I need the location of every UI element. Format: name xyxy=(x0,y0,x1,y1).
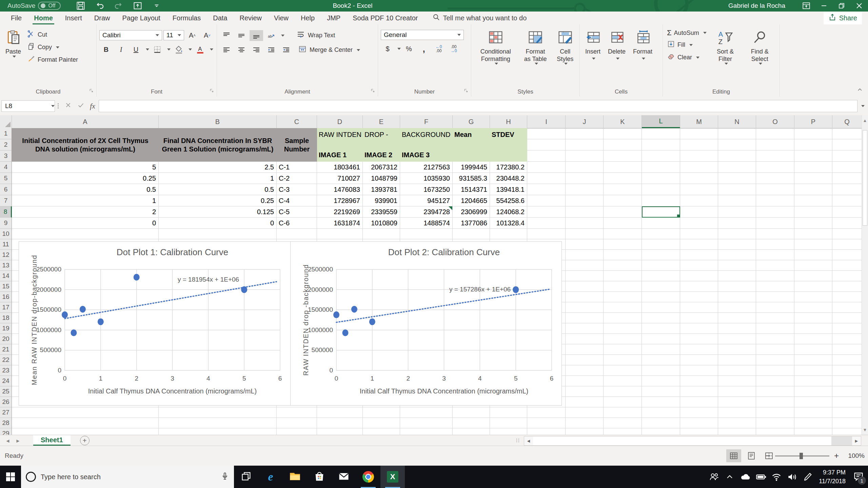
cell-M4[interactable] xyxy=(680,162,718,173)
cell-Q15[interactable] xyxy=(832,281,862,292)
task-view-button[interactable] xyxy=(234,466,258,488)
cell-H9[interactable]: 101328.4 xyxy=(490,218,527,229)
tray-volume-icon[interactable] xyxy=(784,466,800,488)
taskbar-app-chrome[interactable] xyxy=(356,466,380,488)
cell-J22[interactable] xyxy=(566,355,604,365)
cell-C27[interactable] xyxy=(277,407,317,418)
tell-me-box[interactable]: Tell me what you want to do xyxy=(432,13,527,23)
cell-P26[interactable] xyxy=(794,397,832,407)
empty-cells-J1-3[interactable] xyxy=(566,128,604,162)
cell-Q5[interactable] xyxy=(832,173,862,184)
row-header-20[interactable]: 20 xyxy=(0,334,12,344)
cell-M15[interactable] xyxy=(680,281,718,292)
cell-G4[interactable]: 1999445 xyxy=(453,162,490,173)
increase-decimal-button[interactable]: ←0.00 xyxy=(432,43,446,54)
sort-filter-button[interactable]: AZ Sort & Filter xyxy=(710,27,741,88)
ribbon-display-options-button[interactable] xyxy=(797,0,815,12)
cell-E4[interactable]: 2067312 xyxy=(363,162,400,173)
cell-G29[interactable] xyxy=(453,428,490,435)
scroll-up-icon[interactable]: ▲ xyxy=(862,115,868,125)
cell-Q7[interactable] xyxy=(832,195,862,206)
cell-M8[interactable] xyxy=(680,206,718,218)
cell-O18[interactable] xyxy=(756,313,794,323)
number-format-combo[interactable]: General xyxy=(381,30,464,40)
cell-Q28[interactable] xyxy=(832,418,862,428)
cell-N26[interactable] xyxy=(718,397,756,407)
chart-dot-plot-2[interactable]: 0500000100000015000002000000250000001234… xyxy=(290,242,561,405)
cell-P4[interactable] xyxy=(794,162,832,173)
insert-cells-button[interactable]: Insert xyxy=(583,27,603,88)
cell-L11[interactable] xyxy=(642,239,680,250)
cell-J14[interactable] xyxy=(566,271,604,281)
cell-D10[interactable] xyxy=(317,229,363,239)
align-left-button[interactable] xyxy=(220,45,233,56)
merge-center-button[interactable]: Merge & Center xyxy=(296,44,361,56)
cell-Q26[interactable] xyxy=(832,397,862,407)
ribbon-tab-insert[interactable]: Insert xyxy=(59,12,88,24)
cell-C5[interactable]: C-2 xyxy=(277,173,317,184)
cell-C10[interactable] xyxy=(277,229,317,239)
cell-K28[interactable] xyxy=(604,418,642,428)
cell-J7[interactable] xyxy=(566,195,604,206)
cell-O21[interactable] xyxy=(756,344,794,355)
cell-Q4[interactable] xyxy=(832,162,862,173)
cell-K7[interactable] xyxy=(604,195,642,206)
comma-style-button[interactable]: , xyxy=(417,43,431,54)
cell-K13[interactable] xyxy=(604,260,642,271)
cell-A4[interactable]: 5 xyxy=(12,162,159,173)
cell-O4[interactable] xyxy=(756,162,794,173)
cell-K24[interactable] xyxy=(604,376,642,386)
column-header-B[interactable]: B xyxy=(159,115,277,128)
cell-P14[interactable] xyxy=(794,271,832,281)
cell-D4[interactable]: 1803461 xyxy=(317,162,363,173)
row-header-7[interactable]: 7 xyxy=(0,195,12,206)
cell-M20[interactable] xyxy=(680,334,718,344)
autosum-button[interactable]: Σ AutoSum xyxy=(666,28,708,38)
cell-E6[interactable]: 1393781 xyxy=(363,184,400,195)
shrink-font-button[interactable]: A˅ xyxy=(200,30,214,41)
cell-P15[interactable] xyxy=(794,281,832,292)
cell-N9[interactable] xyxy=(718,218,756,229)
tray-pen-icon[interactable] xyxy=(800,466,815,488)
cell-N8[interactable] xyxy=(718,206,756,218)
column-header-L[interactable]: L xyxy=(642,115,680,128)
cell-J16[interactable] xyxy=(566,292,604,302)
cell-N17[interactable] xyxy=(718,302,756,313)
cell-I4[interactable] xyxy=(527,162,566,173)
cell-F6[interactable]: 1673250 xyxy=(400,184,453,195)
cell-O6[interactable] xyxy=(756,184,794,195)
cell-B10[interactable] xyxy=(159,229,277,239)
row-header-21[interactable]: 21 xyxy=(0,344,12,355)
autosave-toggle[interactable]: AutoSave Off xyxy=(7,2,61,10)
cut-button[interactable]: Cut xyxy=(26,29,79,40)
charts-container[interactable]: 0500000100000015000002000000250000001234… xyxy=(19,241,562,406)
cell-J9[interactable] xyxy=(566,218,604,229)
cell-P6[interactable] xyxy=(794,184,832,195)
cell-N16[interactable] xyxy=(718,292,756,302)
cell-L7[interactable] xyxy=(642,195,680,206)
cell-Q19[interactable] xyxy=(832,323,862,334)
cell-K5[interactable] xyxy=(604,173,642,184)
cell-Q29[interactable] xyxy=(832,428,862,435)
vertical-scrollbar[interactable]: ▲ ▼ xyxy=(862,115,868,435)
cell-K6[interactable] xyxy=(604,184,642,195)
name-box[interactable]: L8 xyxy=(1,100,55,112)
cell-N15[interactable] xyxy=(718,281,756,292)
tab-scroll-grip[interactable]: ⁞⁞ xyxy=(516,438,520,443)
tray-onedrive-icon[interactable] xyxy=(737,466,753,488)
cell-K4[interactable] xyxy=(604,162,642,173)
ribbon-tab-page-layout[interactable]: Page Layout xyxy=(116,12,166,24)
row-header-9[interactable]: 9 xyxy=(0,218,12,229)
cell-P12[interactable] xyxy=(794,250,832,260)
cell-L12[interactable] xyxy=(642,250,680,260)
cell-A6[interactable]: 0.5 xyxy=(12,184,159,195)
cell-B7[interactable]: 0.25 xyxy=(159,195,277,206)
cell-F29[interactable] xyxy=(400,428,453,435)
cell-L13[interactable] xyxy=(642,260,680,271)
page-layout-view-button[interactable] xyxy=(744,449,759,462)
row-header-28[interactable]: 28 xyxy=(0,418,12,428)
cell-D9[interactable]: 1631874 xyxy=(317,218,363,229)
column-header-O[interactable]: O xyxy=(756,115,794,128)
column-header-Q[interactable]: Q xyxy=(832,115,862,128)
new-sheet-button[interactable]: + xyxy=(80,436,90,445)
